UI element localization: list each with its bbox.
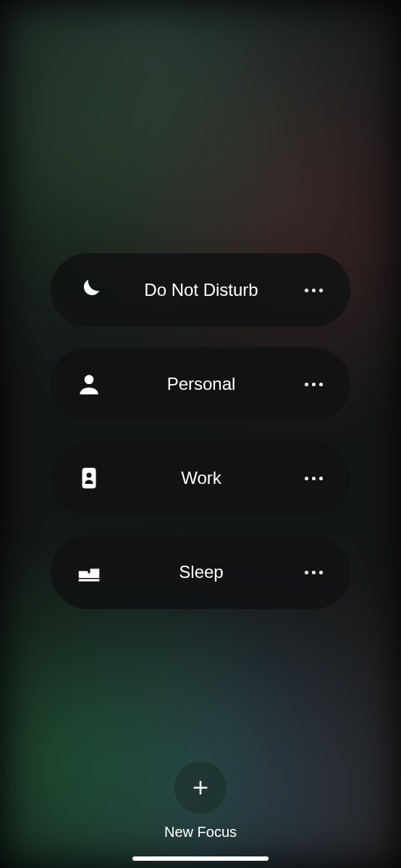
- focus-label: Work: [104, 468, 298, 488]
- focus-item-do-not-disturb[interactable]: Do Not Disturb: [51, 253, 350, 327]
- focus-label: Sleep: [104, 562, 298, 582]
- badge-icon: [74, 464, 104, 492]
- focus-label: Personal: [104, 374, 298, 394]
- focus-list: Do Not Disturb Personal Work: [0, 253, 401, 609]
- svg-point-0: [85, 375, 94, 384]
- focus-label: Do Not Disturb: [104, 280, 298, 300]
- new-focus-button[interactable]: [174, 762, 227, 814]
- svg-point-2: [87, 473, 92, 478]
- focus-picker: Do Not Disturb Personal Work: [0, 0, 401, 868]
- focus-item-personal[interactable]: Personal: [51, 347, 350, 421]
- home-indicator[interactable]: [132, 856, 269, 861]
- new-focus-area: New Focus: [0, 762, 401, 841]
- moon-icon: [74, 276, 104, 304]
- focus-item-work[interactable]: Work: [51, 441, 350, 515]
- more-icon[interactable]: [298, 383, 329, 386]
- more-icon[interactable]: [298, 571, 329, 574]
- focus-item-sleep[interactable]: Sleep: [51, 535, 350, 609]
- svg-rect-1: [83, 468, 96, 489]
- more-icon[interactable]: [298, 477, 329, 480]
- bed-icon: [74, 558, 104, 586]
- new-focus-label: New Focus: [164, 824, 237, 841]
- more-icon[interactable]: [298, 289, 329, 292]
- person-icon: [74, 370, 104, 398]
